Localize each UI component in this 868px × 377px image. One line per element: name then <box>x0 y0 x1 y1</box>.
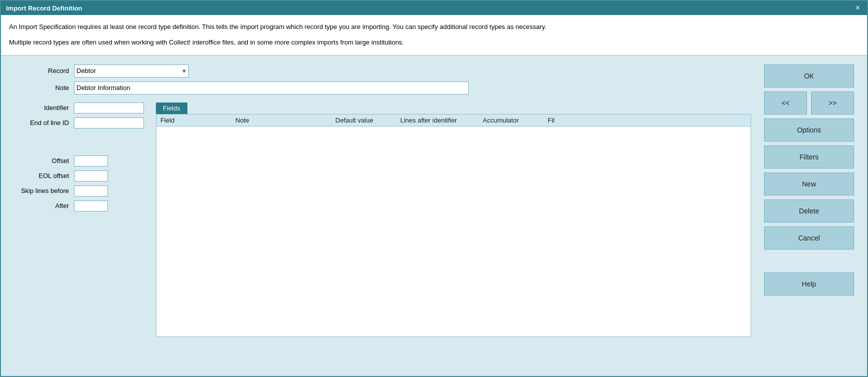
skip-lines-input[interactable] <box>74 186 108 196</box>
eol-offset-row: EOL offset <box>9 170 144 182</box>
right-panel: OK << >> Options Filters New Delete Canc… <box>759 64 859 367</box>
after-input[interactable] <box>74 200 108 212</box>
record-label: Record <box>9 67 69 74</box>
header-note: Note <box>235 116 335 124</box>
offset-label: Offset <box>9 157 69 164</box>
record-select[interactable]: Debtor <box>74 64 189 78</box>
eol-input[interactable] <box>74 118 144 128</box>
filters-button[interactable]: Filters <box>764 146 854 168</box>
identifier-fields-row: Identifier End of line ID Offset <box>9 102 751 337</box>
record-row: Record Debtor ▼ <box>9 64 751 78</box>
header-default: Default value <box>335 116 400 124</box>
identifier-row: Identifier <box>9 102 144 114</box>
prev-button[interactable]: << <box>764 92 807 114</box>
eol-offset-label: EOL offset <box>9 172 69 180</box>
after-row: After <box>9 200 144 212</box>
skip-lines-row: Skip lines before <box>9 186 144 196</box>
note-input[interactable] <box>74 82 469 94</box>
window-title: Import Record Definition <box>6 4 82 12</box>
offset-input[interactable] <box>74 156 108 166</box>
fields-tab[interactable]: Fields <box>156 102 187 114</box>
cancel-button[interactable]: Cancel <box>764 226 854 250</box>
note-label: Note <box>9 84 69 92</box>
spacer <box>764 254 859 268</box>
header-accum: Accumulator <box>483 116 548 124</box>
description-line1: An Import Specification requires at leas… <box>9 22 859 32</box>
note-row: Note <box>9 82 751 94</box>
fields-table: Field Note Default value Lines after ide… <box>156 114 751 337</box>
next-button[interactable]: >> <box>811 92 854 114</box>
title-bar: Import Record Definition × <box>1 1 867 15</box>
new-button[interactable]: New <box>764 172 854 196</box>
fields-body <box>156 126 751 336</box>
eol-label: End of line ID <box>9 119 69 126</box>
identifier-label: Identifier <box>9 104 69 112</box>
delete-button[interactable]: Delete <box>764 200 854 222</box>
content-area: An Import Specification requires at leas… <box>1 15 867 376</box>
main-body: Record Debtor ▼ Note <box>1 56 867 376</box>
after-label: After <box>9 202 69 210</box>
header-fil: Fil <box>548 116 573 124</box>
form-and-fields: Record Debtor ▼ Note <box>9 64 751 367</box>
help-button[interactable]: Help <box>764 272 854 296</box>
offset-row: Offset <box>9 156 144 166</box>
left-sub-panel: Identifier End of line ID Offset <box>9 102 144 337</box>
fields-container: Fields Field Note Default value Lines af… <box>156 102 751 337</box>
ok-button[interactable]: OK <box>764 64 854 88</box>
description-line2: Multiple record types are often used whe… <box>9 38 859 48</box>
eol-row: End of line ID <box>9 118 144 128</box>
header-lines: Lines after identifier <box>400 116 483 124</box>
skip-lines-label: Skip lines before <box>9 187 69 194</box>
header-field: Field <box>160 116 235 124</box>
description-area: An Import Specification requires at leas… <box>1 15 867 56</box>
nav-row: << >> <box>764 92 859 114</box>
import-record-definition-window: Import Record Definition × An Import Spe… <box>0 0 868 377</box>
options-button[interactable]: Options <box>764 118 854 142</box>
record-select-wrapper: Debtor ▼ <box>74 64 189 78</box>
identifier-input[interactable] <box>74 102 144 114</box>
fields-header: Field Note Default value Lines after ide… <box>156 114 751 126</box>
eol-offset-input[interactable] <box>74 170 108 182</box>
close-button[interactable]: × <box>854 4 862 12</box>
